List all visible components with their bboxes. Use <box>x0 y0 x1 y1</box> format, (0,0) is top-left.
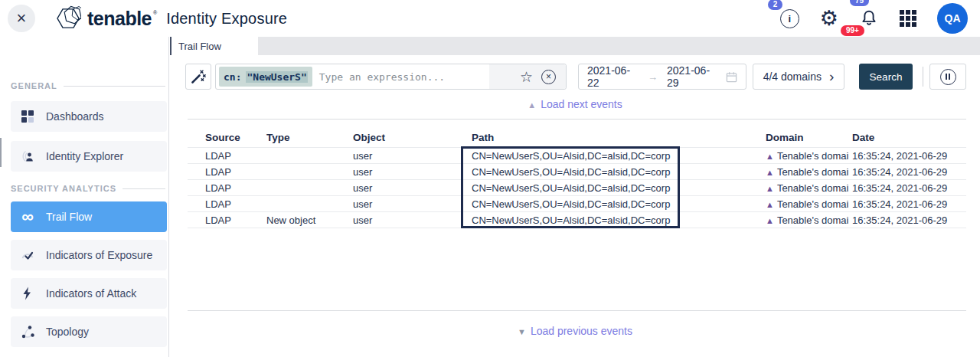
sidebar: GENERAL Dashboards Identity Explorer SEC… <box>0 37 169 357</box>
table-bottom-rule <box>188 310 966 311</box>
filter-chip[interactable]: cn: "NewUserS" <box>219 67 312 87</box>
table-row[interactable]: LDAP user CN=NewUserS,OU=Alsid,DC=alsid,… <box>188 148 966 164</box>
col-object: Object <box>353 132 385 143</box>
info-button[interactable]: 2 i <box>780 9 799 28</box>
filter-chip-value: "NewUserS" <box>246 71 307 83</box>
sidebar-item-label: Trail Flow <box>46 211 92 223</box>
magic-wand-button[interactable] <box>185 64 211 90</box>
table-header: Source Type Object Path Domain Date <box>188 120 966 148</box>
filter-chip-key: cn: <box>224 71 241 83</box>
apps-grid-icon[interactable] <box>900 10 916 27</box>
sidebar-item-identity-explorer[interactable]: Identity Explorer <box>11 141 167 172</box>
tab-trail-flow[interactable]: Trail Flow <box>170 37 258 55</box>
topology-icon <box>20 324 35 339</box>
triangle-up-icon: ▲ <box>528 100 536 110</box>
domain-triangle-icon: ▲ <box>766 168 774 177</box>
load-previous-events-link[interactable]: ▼Load previous events <box>170 325 980 337</box>
date-arrow-icon: → <box>648 71 658 83</box>
bell-icon <box>859 8 879 28</box>
tab-strip: Trail Flow <box>170 37 980 55</box>
trail-flow-icon: ∞ <box>20 209 35 224</box>
sidebar-item-label: Topology <box>46 326 89 338</box>
pause-icon <box>940 69 956 85</box>
sidebar-item-indicators-of-attack[interactable]: Indicators of Attack <box>11 278 167 309</box>
pause-stream-button[interactable] <box>929 64 966 90</box>
table-body: LDAP user CN=NewUserS,OU=Alsid,DC=alsid,… <box>188 148 966 228</box>
expression-input[interactable]: cn: "NewUserS" Type an expression... ☆ × <box>215 64 567 90</box>
sidebar-section-general: GENERAL <box>11 81 165 90</box>
domain-triangle-icon: ▲ <box>766 200 774 209</box>
close-icon: × <box>17 8 27 28</box>
dashboards-icon <box>20 109 35 124</box>
domain-triangle-icon: ▲ <box>766 152 774 161</box>
date-to[interactable]: 2021-06-29 <box>667 64 718 89</box>
date-from[interactable]: 2021-06-22 <box>587 64 639 89</box>
alert-badge: 99+ <box>841 25 864 36</box>
clear-filter-icon[interactable]: × <box>541 70 556 84</box>
avatar[interactable]: QA <box>937 3 968 34</box>
bell-badge: 75 <box>850 0 869 6</box>
brand-name: tenable <box>87 8 152 30</box>
divider <box>923 67 923 87</box>
domain-triangle-icon: ▲ <box>766 216 774 225</box>
trademark: ® <box>153 10 157 15</box>
gauge-icon <box>20 247 35 263</box>
expression-actions: ☆ × <box>489 64 566 89</box>
domains-selector[interactable]: 4/4 domains › <box>753 64 844 90</box>
sidebar-item-topology[interactable]: Topology <box>11 316 167 347</box>
magic-wand-icon <box>190 68 207 85</box>
info-badge: 2 <box>768 0 783 10</box>
gear-icon[interactable]: ⚙ <box>820 8 838 29</box>
header-actions: 2 i ⚙ 75 99+ QA <box>780 3 980 34</box>
info-icon: i <box>780 9 799 28</box>
col-domain: Domain <box>766 132 849 143</box>
load-next-events-link[interactable]: ▲Load next events <box>170 98 980 110</box>
col-date: Date <box>852 132 874 143</box>
top-header: × tenable ® Identity Exposure 2 i ⚙ 75 <box>0 0 980 37</box>
col-type: Type <box>266 132 290 143</box>
brand-logo: tenable ® Identity Exposure <box>55 5 287 31</box>
search-button[interactable]: Search <box>859 64 913 90</box>
table-row[interactable]: LDAP user CN=NewUserS,OU=Alsid,DC=alsid,… <box>188 180 966 196</box>
sidebar-item-dashboards[interactable]: Dashboards <box>11 101 167 132</box>
sidebar-item-label: Indicators of Attack <box>46 287 136 300</box>
domain-triangle-icon: ▲ <box>766 184 774 193</box>
table-row[interactable]: LDAP New object user CN=NewUserS,OU=Alsi… <box>188 212 966 228</box>
notifications-button[interactable]: 75 99+ <box>859 8 879 29</box>
date-range-picker[interactable]: 2021-06-22 → 2021-06-29 <box>578 64 746 90</box>
identity-explorer-icon <box>20 149 35 164</box>
close-button[interactable]: × <box>8 5 35 32</box>
sidebar-section-security-analytics: SECURITY ANALYTICS <box>11 184 165 193</box>
sidebar-item-label: Dashboards <box>46 110 104 123</box>
bookmark-star-icon[interactable]: ☆ <box>520 70 533 84</box>
sidebar-scroll-indicator <box>0 138 2 167</box>
col-source: Source <box>205 132 240 143</box>
lightning-icon <box>20 286 35 301</box>
sidebar-item-indicators-of-exposure[interactable]: Indicators of Exposure <box>11 240 167 270</box>
calendar-icon[interactable] <box>726 71 737 83</box>
triangle-down-icon: ▼ <box>518 327 526 336</box>
tenable-logo-icon <box>55 5 81 31</box>
domains-label: 4/4 domains <box>763 70 822 83</box>
expression-placeholder: Type an expression... <box>319 71 445 83</box>
table-row[interactable]: LDAP user CN=NewUserS,OU=Alsid,DC=alsid,… <box>188 196 966 212</box>
main-content: cn: "NewUserS" Type an expression... ☆ ×… <box>170 55 980 357</box>
col-path: Path <box>472 132 494 143</box>
chevron-right-icon: › <box>829 71 834 82</box>
product-name: Identity Exposure <box>166 10 287 28</box>
table-row[interactable]: LDAP user CN=NewUserS,OU=Alsid,DC=alsid,… <box>188 164 966 180</box>
sidebar-item-label: Indicators of Exposure <box>46 249 152 261</box>
sidebar-item-label: Identity Explorer <box>46 150 123 162</box>
sidebar-item-trail-flow[interactable]: ∞ Trail Flow <box>11 201 167 232</box>
